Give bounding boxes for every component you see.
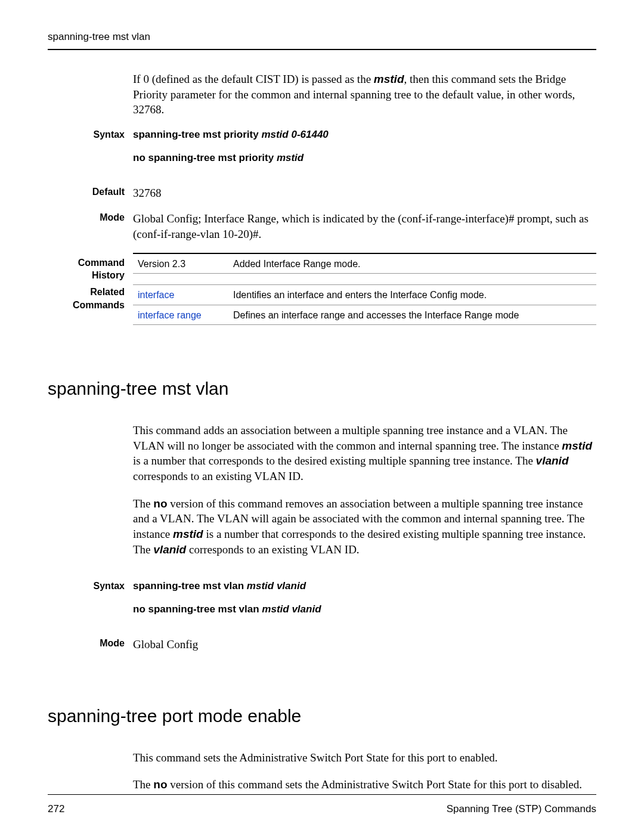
label-mode: Mode [48, 637, 133, 652]
port-paragraph-2: The no version of this command sets the … [133, 777, 596, 792]
intro-paragraph: If 0 (defined as the default CIST ID) is… [133, 72, 596, 117]
syntax-line: spanning-tree mst vlan mstid vlanid [133, 580, 596, 593]
mode-value-vlan: Global Config [133, 637, 596, 652]
syntax-row-vlan: Syntax spanning-tree mst vlan mstid vlan… [48, 580, 596, 626]
running-head: spanning-tree mst vlan [48, 31, 596, 50]
page-footer: 272 Spanning Tree (STP) Commands [48, 794, 596, 815]
vlan-p1-row: This command adds an association between… [48, 423, 596, 569]
label-history: Command History [48, 253, 133, 282]
page: spanning-tree mst vlan If 0 (defined as … [0, 0, 644, 833]
table-row: interface range Defines an interface ran… [133, 305, 596, 325]
history-row: Command History Version 2.3 Added Interf… [48, 253, 596, 282]
label-related: Related Commands [48, 284, 133, 325]
page-number: 272 [48, 803, 64, 815]
table-row: interface Identifies an interface and en… [133, 285, 596, 305]
arg-mstid: mstid [374, 73, 404, 85]
mode-row: Mode Global Config; Interface Range, whi… [48, 211, 596, 241]
related-table: interface Identifies an interface and en… [133, 284, 596, 325]
label-mode: Mode [48, 211, 133, 241]
syntax-line: no spanning-tree mst vlan mstid vlanid [133, 603, 596, 617]
footer-section: Spanning Tree (STP) Commands [447, 803, 596, 815]
syntax-line: no spanning-tree mst priority mstid [133, 151, 596, 165]
table-row: Version 2.3 Added Interface Range mode. [133, 254, 596, 274]
intro-row: If 0 (defined as the default CIST ID) is… [48, 72, 596, 117]
syntax-row-priority: Syntax spanning-tree mst priority mstid … [48, 128, 596, 175]
default-value: 32768 [133, 185, 596, 201]
related-row: Related Commands interface Identifies an… [48, 284, 596, 325]
link-interface[interactable]: interface [138, 289, 233, 302]
port-paragraph-1: This command sets the Administrative Swi… [133, 750, 596, 766]
section-title-vlan: spanning-tree mst vlan [48, 379, 596, 399]
vlan-paragraph-2: The no version of this command removes a… [133, 496, 596, 558]
vlan-paragraph-1: This command adds an association between… [133, 423, 596, 484]
default-row: Default 32768 [48, 185, 596, 201]
section-title-port: spanning-tree port mode enable [48, 706, 596, 726]
syntax-line: spanning-tree mst priority mstid 0-61440 [133, 128, 596, 142]
history-table: Version 2.3 Added Interface Range mode. [133, 253, 596, 274]
mode-row-vlan: Mode Global Config [48, 637, 596, 652]
link-interface-range[interactable]: interface range [138, 309, 233, 322]
label-default: Default [48, 185, 133, 201]
mode-value: Global Config; Interface Range, which is… [133, 211, 596, 241]
label-syntax: Syntax [48, 128, 133, 175]
label-syntax: Syntax [48, 580, 133, 626]
